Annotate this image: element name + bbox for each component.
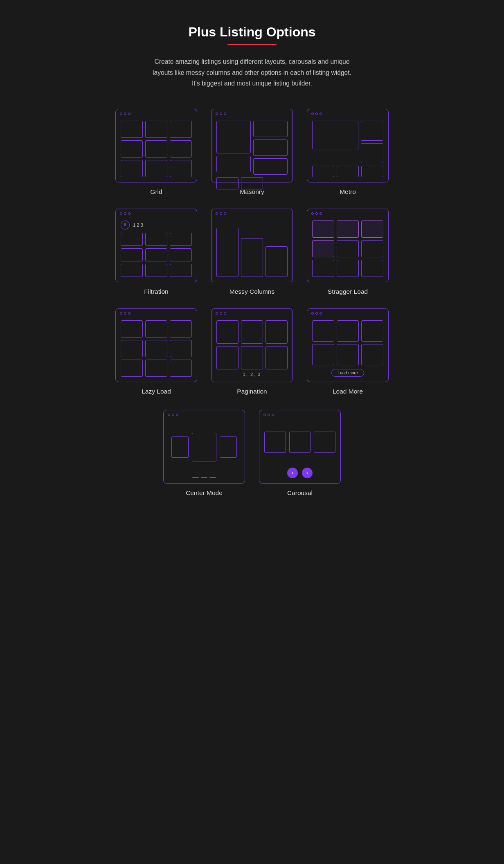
mock-cell (266, 346, 288, 369)
dot (320, 112, 322, 115)
mock-cell (241, 177, 263, 189)
card-label-stragger-load: Stragger Load (328, 288, 368, 295)
mock-cell (216, 121, 251, 153)
mock-cell (337, 166, 359, 177)
center-mode-layout (169, 422, 240, 473)
load-more-button[interactable]: Load more (331, 369, 364, 377)
mock-window-center-mode (163, 410, 245, 484)
stagger-cell (312, 220, 334, 238)
mock-cell (121, 320, 143, 338)
dot (311, 112, 314, 115)
cards-grid: Grid (113, 109, 391, 395)
mock-dots-pagination (216, 312, 226, 315)
title-underline (227, 44, 277, 45)
loadmore-grid (312, 320, 383, 365)
dot (224, 112, 226, 115)
dot (120, 112, 122, 115)
card-carousal: ‹ › Carousal (257, 410, 343, 497)
mock-cell (145, 140, 167, 158)
mock-cell (253, 121, 288, 137)
dot (268, 414, 270, 416)
dot (311, 212, 314, 215)
mock-dots-lazy (120, 312, 130, 315)
stagger-cell (361, 220, 383, 238)
card-label-filtration: Filtration (144, 288, 169, 295)
stagger-cell (361, 260, 383, 277)
mock-cell (312, 166, 334, 177)
dot (272, 414, 274, 416)
dot (216, 112, 218, 115)
carousel-prev-button[interactable]: ‹ (287, 468, 298, 478)
mock-window-messy (211, 209, 293, 282)
dot (124, 112, 126, 115)
card-label-load-more: Load More (333, 388, 363, 395)
mock-cell (121, 233, 143, 246)
center-cell-small-left (171, 436, 189, 458)
dot (128, 312, 130, 315)
mock-cell (170, 264, 192, 277)
mock-cell (266, 320, 288, 344)
card-label-carousal: Carousal (287, 489, 313, 497)
stagger-cell (312, 260, 334, 277)
messy-layout (216, 220, 288, 277)
mock-dots-filtration (120, 212, 130, 215)
mock-dots-masonry (216, 112, 226, 115)
card-label-pagination: Pagination (237, 388, 267, 395)
card-label-center-mode: Center Mode (186, 489, 223, 497)
metro-bottom (312, 166, 383, 177)
stagger-cell (312, 240, 334, 257)
dot (220, 212, 222, 215)
dot (120, 212, 122, 215)
carousel-layout (264, 422, 335, 463)
mock-window-lazy (115, 308, 197, 382)
page-title: Plus Listing Options (188, 25, 315, 40)
card-load-more: Load more Load More (305, 308, 391, 395)
card-grid: Grid (113, 109, 199, 196)
card-lazy-load: Lazy Load (113, 308, 199, 395)
carousel-next-button[interactable]: › (302, 468, 313, 478)
mock-cell (170, 160, 192, 177)
dot (224, 312, 226, 315)
card-label-grid: Grid (150, 188, 162, 196)
dot (124, 312, 126, 315)
mock-cell (170, 320, 192, 338)
metro-top (312, 121, 383, 163)
mock-cell (170, 340, 192, 357)
loadmore-btn-wrap: Load more (312, 369, 383, 377)
mock-cell (121, 248, 143, 261)
dot (172, 414, 174, 416)
stagger-grid (312, 220, 383, 277)
mock-cell (121, 121, 143, 138)
mock-cell (145, 248, 167, 261)
carousel-cell (314, 432, 335, 453)
card-masonry: Masonry (209, 109, 295, 196)
mock-cell (145, 360, 167, 377)
stagger-cell (361, 240, 383, 257)
mock-cell (121, 160, 143, 177)
filtration-grid (121, 233, 192, 277)
messy-cell-tall (216, 228, 239, 277)
mock-dots-metro (311, 112, 322, 115)
stagger-cell (337, 220, 359, 238)
grid-3x3-grid (121, 121, 192, 177)
mock-cell (216, 177, 239, 189)
dot (168, 414, 170, 416)
card-metro: Metro (305, 109, 391, 196)
masonry-bottom-row (216, 177, 288, 189)
dot (311, 312, 314, 315)
dot (320, 212, 322, 215)
mock-cell (121, 264, 143, 277)
mock-cell (145, 160, 167, 177)
masonry-col-2 (253, 121, 288, 175)
mock-window-metro (307, 109, 389, 182)
metro-main-cell (312, 121, 358, 149)
mock-cell (216, 156, 251, 172)
mock-cell (241, 320, 263, 344)
center-dot (192, 477, 199, 478)
mock-cell (170, 121, 192, 138)
mock-dots-center-mode (168, 414, 178, 416)
cards-grid-two-col: Center Mode ‹ › Carousal (161, 410, 343, 497)
mock-dots-messy (216, 212, 226, 215)
card-center-mode: Center Mode (161, 410, 247, 497)
card-stragger-load: Stragger Load (305, 209, 391, 295)
